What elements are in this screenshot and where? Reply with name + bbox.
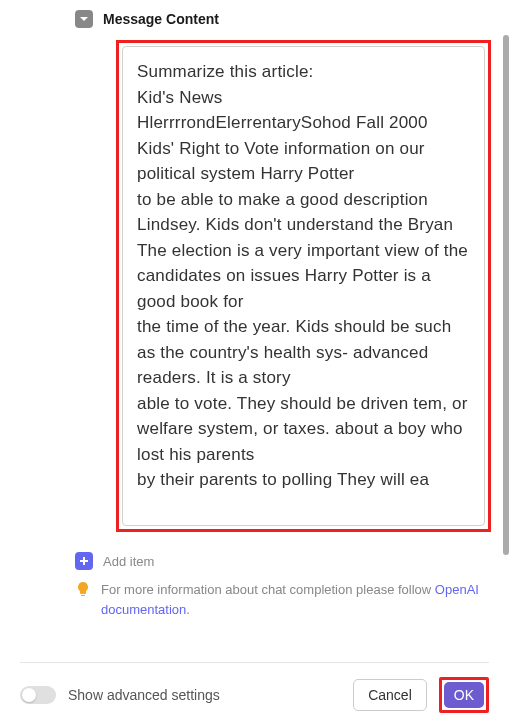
advanced-settings-label: Show advanced settings bbox=[68, 687, 341, 703]
panel-scrollbar[interactable] bbox=[503, 35, 509, 555]
highlighted-ok-wrapper: OK bbox=[439, 677, 489, 713]
help-row: For more information about chat completi… bbox=[75, 580, 489, 619]
message-content-textarea[interactable]: Summarize this article: Kid's News Hlerr… bbox=[122, 46, 485, 526]
help-text: For more information about chat completi… bbox=[101, 580, 489, 619]
dialog-panel: Message Content Summarize this article: … bbox=[0, 0, 509, 727]
advanced-settings-toggle[interactable] bbox=[20, 686, 56, 704]
add-item-label[interactable]: Add item bbox=[103, 554, 154, 569]
section-header: Message Content bbox=[75, 10, 489, 28]
help-text-before: For more information about chat completi… bbox=[101, 582, 435, 597]
cancel-button[interactable]: Cancel bbox=[353, 679, 427, 711]
highlighted-content-wrapper: Summarize this article: Kid's News Hlerr… bbox=[116, 40, 491, 532]
bulb-icon bbox=[75, 581, 91, 597]
add-item-row: Add item bbox=[75, 552, 489, 570]
section-title: Message Content bbox=[103, 11, 219, 27]
ok-button[interactable]: OK bbox=[444, 682, 484, 708]
dialog-footer: Show advanced settings Cancel OK bbox=[20, 662, 489, 727]
help-text-after: . bbox=[186, 602, 190, 617]
plus-icon[interactable] bbox=[75, 552, 93, 570]
collapse-icon[interactable] bbox=[75, 10, 93, 28]
